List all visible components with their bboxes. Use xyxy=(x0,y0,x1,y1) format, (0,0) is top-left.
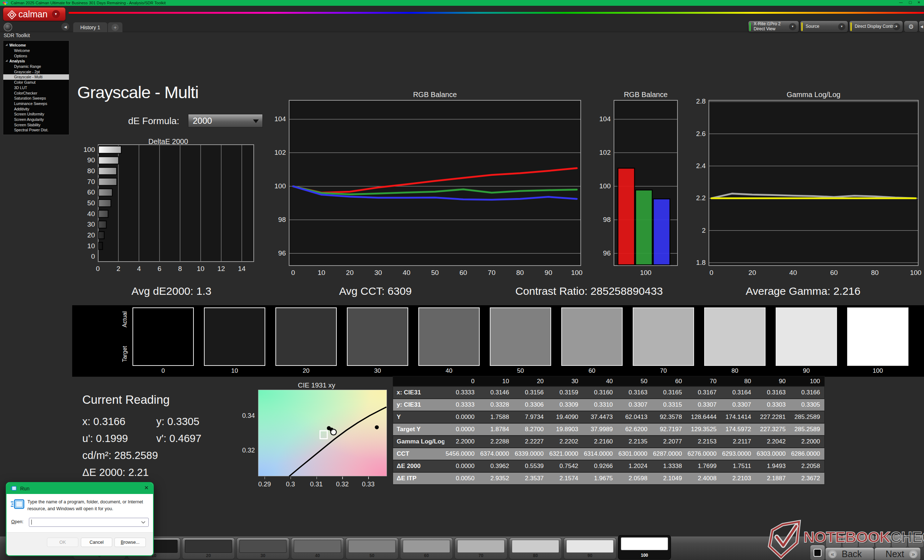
pattern-button-50[interactable]: 50 xyxy=(346,538,398,559)
sidebar-item-screen-angularity[interactable]: Screen Angularity xyxy=(3,117,69,122)
table-cell: 1.7699 xyxy=(686,460,721,472)
table-cell: 227.3275 xyxy=(756,423,790,436)
toolbar-button[interactable] xyxy=(858,535,874,548)
pattern-button-30[interactable]: 30 xyxy=(237,538,289,559)
calman-menu-button[interactable]: calman ▼ xyxy=(3,7,66,21)
sidebar-group-label: Analysis xyxy=(9,59,25,63)
deltae-ytick: 10 xyxy=(87,242,95,250)
display-control-dropdown[interactable]: Direct Display Control ▼ xyxy=(849,21,903,33)
sidebar-item-welcome[interactable]: Welcome xyxy=(3,48,69,53)
stop-button[interactable] xyxy=(810,545,825,560)
sidebar-item-screen-uniformity[interactable]: Screen Uniformity xyxy=(3,111,69,117)
sidebar-item-options[interactable]: Options xyxy=(3,53,69,58)
pattern-button-100[interactable]: 100 xyxy=(618,536,670,559)
chevron-down-icon xyxy=(141,521,146,524)
actual-axis-label: Actual xyxy=(122,311,128,327)
chevron-down-icon: ▼ xyxy=(789,23,796,30)
de-formula-select[interactable]: 2000 xyxy=(188,114,263,127)
tab-history-1[interactable]: History 1 xyxy=(73,22,108,32)
rgb-balance-bar-title: RGB Balance xyxy=(624,91,668,99)
toolbar-button[interactable] xyxy=(875,535,891,548)
sidebar-item-saturation-sweeps[interactable]: Saturation Sweeps xyxy=(3,96,69,101)
table-cell: 0.3309 xyxy=(548,399,582,411)
pattern-button-90[interactable]: 90 xyxy=(564,538,616,559)
table-cell: 1.9675 xyxy=(582,472,617,485)
sidebar-item-additivity[interactable]: Additivity xyxy=(3,106,69,111)
add-tab-button[interactable]: + xyxy=(108,22,123,32)
close-icon[interactable]: ✕ xyxy=(144,485,149,491)
sidebar-item-grayscale-2pt[interactable]: Grayscale - 2pt xyxy=(3,69,69,74)
deltae-ytick: 60 xyxy=(87,188,95,196)
sidebar-group-analysis[interactable]: Analysis xyxy=(3,58,69,64)
rgb-balance-line-chart-xtick: 10 xyxy=(318,269,325,277)
table-cell: 6303.0000 xyxy=(756,448,790,460)
table-row: y: CIE310.33330.33280.33060.33090.33100.… xyxy=(393,399,825,411)
sidebar-group-welcome[interactable]: Welcome xyxy=(3,43,69,48)
rgb-balance-line-chart-xtick: 100 xyxy=(571,269,582,277)
rgb-balance-line-chart-xtick: 0 xyxy=(291,269,295,277)
next-button[interactable]: Next » xyxy=(874,547,921,560)
table-row-label: ΔE ITP xyxy=(393,472,445,485)
toolbar-button[interactable] xyxy=(825,535,842,548)
sidebar-item-color-gamut[interactable]: Color Gamut xyxy=(3,80,69,85)
table-cell: 1.9493 xyxy=(756,460,790,472)
grayscale-patch-label: 20 xyxy=(303,367,310,374)
table-cell: 0.0000 xyxy=(444,411,479,423)
table-column-header: 0 xyxy=(444,376,479,387)
window-title: Calman 2025 Calman Ultimate for Business… xyxy=(11,1,166,5)
source-dropdown[interactable]: Source ▼ xyxy=(800,21,848,33)
sidebar-item-screen-stability[interactable]: Screen Stability xyxy=(3,122,69,127)
back-button[interactable]: « Back xyxy=(825,547,874,560)
pattern-button-60[interactable]: 60 xyxy=(400,538,453,559)
sidebar-item-spectral-power-dist[interactable]: Spectral Power Dist. xyxy=(3,127,69,133)
grayscale-patch-label: 70 xyxy=(660,367,667,374)
open-combobox[interactable] xyxy=(29,518,149,527)
pattern-button-40[interactable]: 40 xyxy=(291,538,344,559)
maximize-icon[interactable]: ▢ xyxy=(906,0,915,4)
table-cell: 2.2117 xyxy=(721,436,756,448)
sidebar-item-colorchecker[interactable]: ColorChecker xyxy=(3,90,69,96)
sidebar-menu-button[interactable] xyxy=(4,23,12,31)
table-cell: 19.4090 xyxy=(548,411,582,423)
gamma-chart xyxy=(708,100,919,266)
sidebar-item-grayscale-multi[interactable]: Grayscale - Multi xyxy=(3,74,69,80)
grayscale-swatch-band: Actual Target 0102030405060708090100 xyxy=(72,305,924,377)
table-column-header: 70 xyxy=(686,376,721,387)
sidebar-item-3d-lut[interactable]: 3D LUT xyxy=(3,85,69,91)
deltae-xtick: 8 xyxy=(178,265,182,273)
table-cell: 6339.0000 xyxy=(514,448,548,460)
deltae-ytick: 100 xyxy=(83,146,95,154)
gear-icon: ⚙ xyxy=(908,23,914,30)
run-dialog-titlebar[interactable]: Run ✕ xyxy=(6,483,153,494)
meter-dropdown[interactable]: X-Rite i1Pro 2Direct View ▼ xyxy=(748,21,799,33)
pattern-button-20[interactable]: 20 xyxy=(182,538,235,559)
pattern-chip xyxy=(239,540,286,553)
sidebar-item-dynamic-range[interactable]: Dynamic Range xyxy=(3,64,69,69)
grayscale-patch-30 xyxy=(347,307,408,366)
ok-button[interactable]: OK xyxy=(47,538,78,547)
cancel-button[interactable]: Cancel xyxy=(81,538,112,547)
table-column-header: 20 xyxy=(514,376,548,387)
table-cell: 0.0050 xyxy=(444,472,479,485)
table-cell: 62.6200 xyxy=(617,423,652,436)
run-dialog-footer: OK Cancel Browse... xyxy=(6,532,153,556)
collapse-panel-button[interactable]: ◀ xyxy=(919,21,924,33)
browse-button[interactable]: Browse... xyxy=(114,538,146,547)
close-icon[interactable]: ✕ xyxy=(915,0,923,4)
pattern-button-70[interactable]: 70 xyxy=(455,538,507,559)
gamma-chart-xtick: 60 xyxy=(830,269,838,277)
settings-button[interactable]: ⚙ xyxy=(904,21,918,33)
toolbar-button[interactable] xyxy=(842,535,858,548)
pattern-button-80[interactable]: 80 xyxy=(509,538,562,559)
chevron-down-icon xyxy=(253,120,259,123)
toolbar-button[interactable] xyxy=(891,535,908,548)
pattern-chip xyxy=(512,540,559,553)
rgb-balance-line-chart-ytick: 104 xyxy=(274,115,286,123)
sidebar-item-luminance-sweeps[interactable]: Luminance Sweeps xyxy=(3,101,69,106)
table-cell: 2.2202 xyxy=(548,436,582,448)
sidebar-collapse-button[interactable]: ◀ xyxy=(62,23,69,31)
toolbar-button[interactable] xyxy=(908,535,924,548)
cie-xtick-mark xyxy=(342,477,343,479)
minimize-icon[interactable]: — xyxy=(897,0,905,4)
measurement-table: 0102030405060708090100x: CIE310.33330.31… xyxy=(393,376,825,485)
